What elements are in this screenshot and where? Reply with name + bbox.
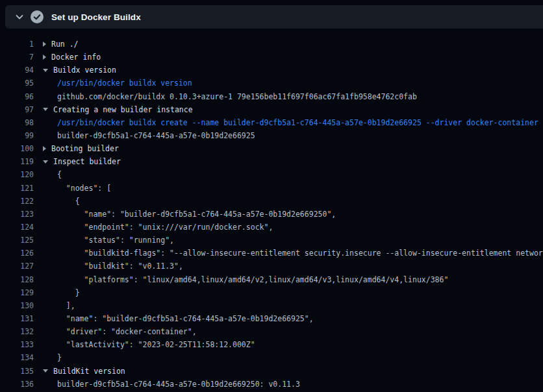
- collapse-icon[interactable]: [43, 69, 48, 72]
- line-number[interactable]: 126: [0, 249, 34, 258]
- log-line: 100Booting builder: [0, 142, 543, 155]
- chevron-down-icon[interactable]: [14, 12, 25, 22]
- log-text: Inspect builder: [53, 157, 121, 166]
- line-number[interactable]: 129: [0, 288, 34, 297]
- log-line: 96github.com/docker/buildx 0.10.3+azure-…: [0, 90, 543, 103]
- output-text: "buildkitd-flags": "--allow-insecure-ent…: [57, 249, 543, 258]
- line-number[interactable]: 125: [0, 236, 34, 245]
- group-title[interactable]: Booting builder: [43, 144, 119, 153]
- step-header[interactable]: Set up Docker Buildx: [5, 5, 543, 29]
- step-title: Set up Docker Buildx: [51, 12, 141, 22]
- line-number[interactable]: 98: [0, 118, 34, 127]
- log-line: 129 }: [0, 286, 543, 299]
- line-number[interactable]: 119: [0, 157, 34, 166]
- log-line: 134}: [0, 351, 543, 364]
- check-circle-icon: [31, 10, 44, 23]
- log-line: 136builder-d9cfb5a1-c764-445a-a57e-0b19d…: [0, 378, 543, 391]
- expand-icon[interactable]: [43, 42, 46, 47]
- log-text: Docker info: [51, 53, 101, 62]
- log-line: 119Inspect builder: [0, 155, 543, 168]
- output-text: "endpoint": "unix:///var/run/docker.sock…: [57, 223, 273, 232]
- line-number[interactable]: 123: [0, 210, 34, 219]
- line-number[interactable]: 121: [0, 184, 34, 193]
- log-text: /usr/bin/docker buildx create --name bui…: [57, 118, 538, 127]
- collapse-icon[interactable]: [43, 160, 48, 164]
- log-line: 133 "lastActivity": "2023-02-25T11:58:12…: [0, 338, 543, 351]
- log-line: 121 "nodes": [: [0, 182, 543, 195]
- line-number[interactable]: 1: [0, 40, 34, 49]
- output-text: {: [57, 170, 62, 179]
- output-text: "lastActivity": "2023-02-25T11:58:12.000…: [57, 340, 255, 349]
- line-number[interactable]: 122: [0, 197, 34, 206]
- line-number[interactable]: 131: [0, 314, 34, 323]
- line-number[interactable]: 94: [0, 66, 34, 75]
- log-text: Creating a new builder instance: [53, 105, 193, 114]
- line-number[interactable]: 97: [0, 105, 34, 114]
- group-title[interactable]: Buildx version: [43, 66, 116, 75]
- log-text: "nodes": [: [57, 184, 111, 193]
- log-text: "endpoint": "unix:///var/run/docker.sock…: [57, 223, 273, 232]
- log-line: 1Run ./: [0, 38, 543, 51]
- log-line: 123 "name": "builder-d9cfb5a1-c764-445a-…: [0, 208, 543, 221]
- output-text: "name": "builder-d9cfb5a1-c764-445a-a57e…: [57, 314, 314, 323]
- expand-icon[interactable]: [43, 55, 46, 60]
- line-number[interactable]: 130: [0, 301, 34, 310]
- line-number[interactable]: 96: [0, 92, 34, 101]
- log-text: /usr/bin/docker buildx version: [57, 79, 192, 88]
- group-title[interactable]: Run ./: [43, 40, 79, 49]
- output-text: "buildkit": "v0.11.3",: [57, 262, 183, 271]
- output-text: "driver": "docker-container",: [57, 327, 197, 336]
- log-text: "name": "builder-d9cfb5a1-c764-445a-a57e…: [57, 210, 336, 219]
- log-line: 131 "name": "builder-d9cfb5a1-c764-445a-…: [0, 312, 543, 325]
- output-text: github.com/docker/buildx 0.10.3+azure-1 …: [57, 92, 417, 101]
- command-text: /usr/bin/docker buildx version: [57, 79, 192, 88]
- log-line: 98/usr/bin/docker buildx create --name b…: [0, 116, 543, 129]
- log-text: {: [57, 170, 62, 179]
- log-line: 127 "buildkit": "v0.11.3",: [0, 260, 543, 273]
- log-line: 124 "endpoint": "unix:///var/run/docker.…: [0, 221, 543, 234]
- log-text: }: [57, 353, 62, 362]
- log-text: Booting builder: [51, 144, 119, 153]
- line-number[interactable]: 135: [0, 367, 34, 376]
- log-text: github.com/docker/buildx 0.10.3+azure-1 …: [57, 92, 417, 101]
- line-number[interactable]: 136: [0, 380, 34, 389]
- collapse-icon[interactable]: [43, 369, 48, 373]
- line-number[interactable]: 127: [0, 262, 34, 271]
- log-text: }: [57, 288, 80, 297]
- group-title[interactable]: BuildKit version: [43, 367, 125, 376]
- line-number[interactable]: 132: [0, 327, 34, 336]
- output-text: "platforms": "linux/amd64,linux/amd64/v2…: [57, 275, 448, 284]
- line-number[interactable]: 100: [0, 144, 34, 153]
- log-text: "lastActivity": "2023-02-25T11:58:12.000…: [57, 340, 255, 349]
- group-title[interactable]: Creating a new builder instance: [43, 105, 193, 114]
- line-number[interactable]: 133: [0, 340, 34, 349]
- collapse-icon[interactable]: [43, 108, 48, 111]
- log-text: "buildkit": "v0.11.3",: [57, 262, 183, 271]
- log-line: 97Creating a new builder instance: [0, 103, 543, 116]
- line-number[interactable]: 124: [0, 223, 34, 232]
- group-title[interactable]: Docker info: [43, 53, 101, 62]
- log-line: 125 "status": "running",: [0, 234, 543, 247]
- line-number[interactable]: 120: [0, 170, 34, 179]
- log-line: 95/usr/bin/docker buildx version: [0, 77, 543, 90]
- log-text: builder-d9cfb5a1-c764-445a-a57e-0b19d2e6…: [57, 131, 255, 140]
- line-number[interactable]: 7: [0, 53, 34, 62]
- output-text: ],: [57, 301, 75, 310]
- output-text: builder-d9cfb5a1-c764-445a-a57e-0b19d2e6…: [57, 380, 300, 389]
- log-line: 99builder-d9cfb5a1-c764-445a-a57e-0b19d2…: [0, 129, 543, 142]
- log-text: builder-d9cfb5a1-c764-445a-a57e-0b19d2e6…: [57, 380, 300, 389]
- line-number[interactable]: 95: [0, 79, 34, 88]
- log-line: 122 {: [0, 195, 543, 208]
- log-text: ],: [57, 301, 75, 310]
- log-text: Run ./: [51, 40, 79, 49]
- output-text: }: [57, 353, 62, 362]
- log-line: 132 "driver": "docker-container",: [0, 325, 543, 338]
- line-number[interactable]: 99: [0, 131, 34, 140]
- group-title[interactable]: Inspect builder: [43, 157, 121, 166]
- output-text: "status": "running",: [57, 236, 174, 245]
- log-text: BuildKit version: [53, 367, 125, 376]
- line-number[interactable]: 134: [0, 353, 34, 362]
- line-number[interactable]: 128: [0, 275, 34, 284]
- output-text: {: [57, 197, 80, 206]
- expand-icon[interactable]: [43, 146, 46, 151]
